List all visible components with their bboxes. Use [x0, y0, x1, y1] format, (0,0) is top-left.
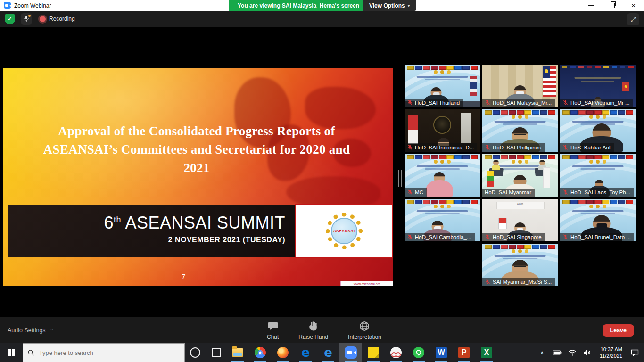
backdrop-banner-text [572, 165, 624, 167]
interpretation-button[interactable]: Interpretation [345, 320, 384, 341]
participant-tile[interactable]: HoS_Bahtiar Arif [560, 109, 636, 152]
participant-tile[interactable]: HoD_SAI Laos_Toy Ph... [560, 154, 636, 197]
participant-tile[interactable]: HoD_SAI Thailand [405, 65, 480, 107]
restore-button[interactable] [602, 0, 623, 11]
participant-name: HoD_SAI Singapore [493, 234, 542, 240]
backdrop-emblems [512, 160, 528, 164]
tray-chevron-up[interactable]: ∧ [536, 343, 549, 362]
participant-nameplate: HoD_SAI Thailand [405, 99, 463, 107]
search-icon [28, 349, 34, 356]
backdrop-flags-strip [485, 245, 555, 248]
chrome-taskbar-icon[interactable] [249, 343, 272, 362]
participant-nameplate: HoD_SAI Malaysia_Mr... [482, 99, 555, 107]
taskbar-app-icons: eeWPX [226, 343, 498, 362]
fullscreen-button[interactable]: ⤢ [627, 13, 639, 25]
malaysia-flag [543, 66, 556, 97]
snipping-tool-taskbar-icon[interactable] [385, 343, 407, 362]
laurel-wreath-icon: ASEANSAI [326, 213, 363, 249]
participant-tile[interactable]: MC [405, 154, 480, 197]
recording-indicator: Recording [40, 16, 75, 22]
security-shield-icon[interactable]: ✓ [5, 14, 15, 24]
taskbar-search[interactable] [23, 343, 185, 362]
mic-muted-icon [562, 99, 569, 106]
participant-nameplate: HoD_SAI Singapore [482, 233, 545, 241]
participant-name: HoD_SAI Malaysia_Mr... [493, 100, 552, 106]
participant-tile[interactable]: HoD_SAI Vietnam_Mr ... [560, 65, 636, 107]
participant-tile[interactable]: HoD_SAI Brunei_Dato ... [560, 199, 636, 241]
cortana-button[interactable] [185, 343, 206, 362]
participant-tile[interactable]: SAI Myanmar_Ms.Si S... [482, 244, 558, 286]
backdrop-flags-strip [485, 110, 555, 114]
edge-taskbar-icon[interactable]: e [294, 343, 317, 362]
mic-muted-icon [407, 234, 413, 240]
participant-nameplate: HoD_SAI Vietnam_Mr ... [560, 99, 633, 107]
mic-muted-icon [407, 99, 413, 106]
thailand-flag [470, 76, 477, 96]
backdrop-banner-text [495, 255, 546, 257]
chevron-up-icon: ⌃ [50, 328, 54, 334]
backdrop-flags-strip [407, 66, 478, 69]
webinar-control-bar: Audio Settings ⌃ Chat [0, 317, 644, 343]
zoom-taskbar-icon[interactable] [339, 343, 362, 362]
summit-banner: 6th ASEANSAI SUMMIT 2 NOVEMBER 2021 (TUE… [8, 205, 296, 257]
participant-name: HoD_SAI Laos_Toy Ph... [570, 189, 630, 195]
pennant-flag [543, 167, 550, 188]
windows-logo-icon [8, 349, 15, 356]
participant-nameplate: HoD_SAI Cambodia_... [405, 233, 475, 241]
participant-name: SAI Myanmar_Ms.Si S... [493, 279, 552, 285]
wifi-icon[interactable] [566, 343, 579, 362]
start-button[interactable] [0, 343, 23, 362]
chat-button[interactable]: Chat [264, 320, 281, 341]
myanmar-flag [487, 171, 494, 187]
backdrop-banner-text [417, 76, 468, 78]
vietnam-flag [622, 82, 629, 91]
backdrop-flags-strip [407, 200, 478, 203]
interpretation-globe-icon [359, 321, 370, 332]
taskbar-clock[interactable]: 10:37 AM 11/2/2021 [596, 346, 626, 360]
mic-muted-icon [562, 234, 569, 240]
participant-tile[interactable]: HoD_SAI Malaysia_Mr... [482, 65, 558, 107]
firefox-taskbar-icon[interactable] [272, 343, 294, 362]
mic-muted-icon [485, 234, 491, 240]
battery-icon[interactable] [551, 343, 564, 362]
whatsapp-taskbar-icon[interactable] [407, 343, 430, 362]
backdrop-flags-strip [562, 200, 633, 203]
participant-name: HoD_SAI Myanmar [485, 189, 531, 195]
participant-tile[interactable]: AGO HoD_SAI Singapore [482, 199, 558, 241]
raise-hand-button[interactable]: Raise Hand [296, 320, 331, 341]
view-options-button[interactable]: View Options ▾ [363, 0, 416, 11]
task-view-button[interactable] [206, 343, 226, 362]
action-center-button[interactable] [628, 343, 641, 362]
backdrop-flags-strip [562, 110, 633, 114]
mic-muted-icon [407, 144, 413, 150]
microphone-button[interactable] [21, 13, 32, 25]
internet-explorer-taskbar-icon[interactable]: e [317, 343, 339, 362]
file-explorer-taskbar-icon[interactable] [226, 343, 249, 362]
minimize-button[interactable] [580, 0, 602, 11]
leave-button[interactable]: Leave [603, 324, 634, 337]
participant-tile[interactable]: HoD_SAI Indonesia_D... [405, 109, 480, 152]
screen-share-banner: You are viewing SAI Malaysia_Hema's scre… [229, 0, 368, 11]
indonesia-flag [408, 115, 418, 144]
participant-tile[interactable]: HoD_SAI Cambodia_... [405, 199, 480, 241]
recording-dot-icon [40, 16, 46, 22]
participant-tile[interactable]: HoD_SAI Phillipines [482, 109, 558, 152]
participant-nameplate: HoD_SAI Phillipines [482, 143, 545, 152]
word-taskbar-icon[interactable]: W [430, 343, 453, 362]
aseansai-logo: ASEANSAI [295, 204, 393, 258]
participant-name: HoD_SAI Phillipines [493, 145, 541, 150]
raise-hand-label: Raise Hand [298, 334, 328, 340]
audio-settings-button[interactable]: Audio Settings ⌃ [8, 327, 54, 334]
participant-name: MC [415, 189, 423, 195]
sticky-notes-taskbar-icon[interactable] [362, 343, 385, 362]
panel-resize-handle[interactable] [397, 170, 403, 187]
mic-muted-icon [562, 144, 569, 150]
volume-icon[interactable] [581, 343, 594, 362]
excel-taskbar-icon[interactable]: X [475, 343, 498, 362]
powerpoint-taskbar-icon[interactable]: P [453, 343, 475, 362]
participant-video-grid: HoD_SAI Thailand HoD_SAI Malaysia_Mr... … [405, 65, 636, 286]
search-input[interactable] [38, 349, 180, 357]
participant-tile[interactable]: HoD_SAI Myanmar [482, 154, 558, 197]
clock-time: 10:37 AM [600, 346, 622, 353]
close-button[interactable]: ✕ [623, 0, 644, 11]
